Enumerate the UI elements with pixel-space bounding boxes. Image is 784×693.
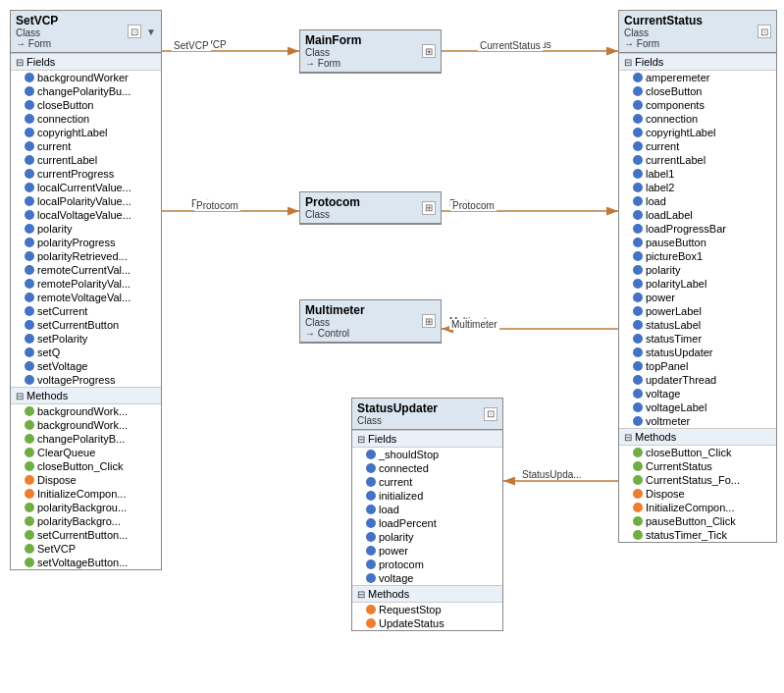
- box-statusUpdater: StatusUpdater Class ⊡ ⊟ Fields _shouldSt…: [351, 398, 503, 631]
- field-amperemeter: amperemeter: [619, 71, 776, 84]
- fields-header-currentStatus[interactable]: ⊟ Fields: [619, 53, 776, 71]
- method-polarityBackgrou1: polarityBackgrou...: [11, 501, 161, 514]
- field-voltage-su: voltage: [352, 571, 502, 585]
- field-remoteCurrentVal: remoteCurrentVal...: [11, 263, 161, 277]
- field-power: power: [352, 544, 502, 558]
- meta1-multimeter: Class: [305, 317, 365, 328]
- fields-list-setVCP: backgroundWorker changePolarityBu... clo…: [11, 71, 161, 387]
- title-protocom: Protocom: [305, 195, 360, 209]
- method-setVoltageButton: setVoltageButton...: [11, 556, 161, 569]
- field-pictureBox1: pictureBox1: [619, 249, 776, 263]
- methods-header-setVCP[interactable]: ⊟ Methods: [11, 387, 161, 404]
- toggle-methods-statusUpdater[interactable]: ⊟: [357, 589, 365, 600]
- meta1-currentStatus: Class: [624, 27, 703, 38]
- method-statusTimer_Tick: statusTimer_Tick: [619, 528, 776, 542]
- toggle-methods-setVCP[interactable]: ⊟: [16, 391, 24, 401]
- arrow-label-multimeter-text: Multimeter: [449, 319, 499, 330]
- header-currentStatus[interactable]: CurrentStatus Class → Form ⊡: [619, 11, 776, 53]
- fields-label-setVCP: Fields: [26, 56, 55, 68]
- field-localCurrentValue: localCurrentValue...: [11, 181, 161, 194]
- field-closeButton: closeButton: [11, 98, 161, 112]
- box-protocom: Protocom Class ⊞: [299, 191, 442, 225]
- method-CurrentStatus_Fo: CurrentStatus_Fo...: [619, 473, 776, 487]
- field-setPolarity: setPolarity: [11, 332, 161, 346]
- field-remoteVoltageVal: remoteVoltageVal...: [11, 291, 161, 304]
- expand-multimeter[interactable]: ⊞: [422, 314, 436, 328]
- field-closeButton-cs: closeButton: [619, 84, 776, 98]
- arrow-label-statusUpdater-text: StatusUpda...: [520, 469, 584, 480]
- fields-list-currentStatus: amperemeter closeButton components conne…: [619, 71, 776, 428]
- expand-mainForm[interactable]: ⊞: [422, 44, 436, 58]
- meta1-mainForm: Class: [305, 47, 361, 58]
- meta1-statusUpdater: Class: [357, 415, 438, 426]
- field-currentProgress: currentProgress: [11, 167, 161, 181]
- diagram-container: SetVCP CurrentStatus Protocom Protocom M…: [0, 0, 784, 693]
- meta2-multimeter: → Control: [305, 328, 365, 339]
- method-closeButton_Click-cs: closeButton_Click: [619, 446, 776, 459]
- field-setCurrentButton: setCurrentButton: [11, 318, 161, 332]
- toggle-fields-currentStatus[interactable]: ⊟: [624, 57, 632, 68]
- filter-setVCP[interactable]: ▼: [146, 27, 156, 37]
- header-statusUpdater[interactable]: StatusUpdater Class ⊡: [352, 399, 502, 430]
- field-initialized: initialized: [352, 489, 502, 503]
- field-statusLabel: statusLabel: [619, 318, 776, 332]
- field-loadLabel: loadLabel: [619, 208, 776, 222]
- field-copyrightLabel: copyrightLabel: [11, 126, 161, 139]
- method-setCurrentButton: setCurrentButton...: [11, 528, 161, 542]
- methods-label-setVCP: Methods: [26, 390, 68, 401]
- header-protocom[interactable]: Protocom Class ⊞: [300, 192, 441, 224]
- field-polarity-su: polarity: [352, 530, 502, 544]
- field-statusUpdater-cs: statusUpdater: [619, 346, 776, 359]
- method-CurrentStatus: CurrentStatus: [619, 459, 776, 473]
- methods-list-statusUpdater: RequestStop UpdateStatus: [352, 603, 502, 630]
- field-voltageProgress: voltageProgress: [11, 373, 161, 387]
- field-shouldStop: _shouldStop: [352, 448, 502, 461]
- fields-header-setVCP[interactable]: ⊟ Fields: [11, 53, 161, 71]
- methods-label-statusUpdater: Methods: [368, 588, 409, 600]
- fields-label-currentStatus: Fields: [635, 56, 663, 68]
- meta2-mainForm: → Form: [305, 58, 361, 69]
- fields-header-statusUpdater[interactable]: ⊟ Fields: [352, 430, 502, 448]
- field-updaterThread: updaterThread: [619, 373, 776, 387]
- field-currentLabel-cs: currentLabel: [619, 153, 776, 167]
- method-backgroundWork2: backgroundWork...: [11, 418, 161, 432]
- field-connection: connection: [11, 112, 161, 126]
- header-setVCP[interactable]: SetVCP Class → Form ⊡ ▼: [11, 11, 161, 53]
- field-changePolarityBu: changePolarityBu...: [11, 84, 161, 98]
- method-InitializeCompon-cs: InitializeCompon...: [619, 501, 776, 514]
- toggle-fields-setVCP[interactable]: ⊟: [16, 57, 24, 68]
- toggle-methods-currentStatus[interactable]: ⊟: [624, 432, 632, 443]
- methods-header-currentStatus[interactable]: ⊟ Methods: [619, 428, 776, 446]
- field-statusTimer: statusTimer: [619, 332, 776, 346]
- method-Dispose-cs: Dispose: [619, 487, 776, 501]
- field-current-su: current: [352, 475, 502, 489]
- field-voltage-cs: voltage: [619, 387, 776, 400]
- collapse-statusUpdater[interactable]: ⊡: [484, 407, 497, 421]
- method-SetVCP: SetVCP: [11, 542, 161, 556]
- meta2-setVCP: → Form: [16, 38, 58, 49]
- arrow-label-cs-text: CurrentStatus: [478, 40, 543, 51]
- box-multimeter: Multimeter Class → Control ⊞: [299, 299, 442, 344]
- expand-protocom[interactable]: ⊞: [422, 201, 436, 215]
- header-mainForm[interactable]: MainForm Class → Form ⊞: [300, 30, 441, 73]
- toggle-fields-statusUpdater[interactable]: ⊟: [357, 434, 365, 445]
- meta1-setVCP: Class: [16, 27, 58, 38]
- field-components: components: [619, 98, 776, 112]
- collapse-setVCP[interactable]: ⊡: [128, 25, 141, 38]
- method-closeButton_Click: closeButton_Click: [11, 459, 161, 473]
- field-load-cs: load: [619, 194, 776, 208]
- method-UpdateStatus: UpdateStatus: [352, 616, 502, 630]
- box-currentStatus: CurrentStatus Class → Form ⊡ ⊟ Fields am…: [618, 10, 777, 543]
- field-topPanel: topPanel: [619, 359, 776, 373]
- methods-list-currentStatus: closeButton_Click CurrentStatus CurrentS…: [619, 446, 776, 542]
- header-multimeter[interactable]: Multimeter Class → Control ⊞: [300, 300, 441, 343]
- fields-label-statusUpdater: Fields: [368, 433, 396, 445]
- field-loadProgressBar: loadProgressBar: [619, 222, 776, 236]
- collapse-currentStatus[interactable]: ⊡: [758, 25, 771, 38]
- meta2-currentStatus: → Form: [624, 38, 703, 49]
- title-mainForm: MainForm: [305, 33, 361, 47]
- arrow-label-protocom-right-text: Protocom: [450, 200, 497, 211]
- methods-list-setVCP: backgroundWork... backgroundWork... chan…: [11, 404, 161, 569]
- methods-header-statusUpdater[interactable]: ⊟ Methods: [352, 585, 502, 603]
- field-setQ: setQ: [11, 346, 161, 359]
